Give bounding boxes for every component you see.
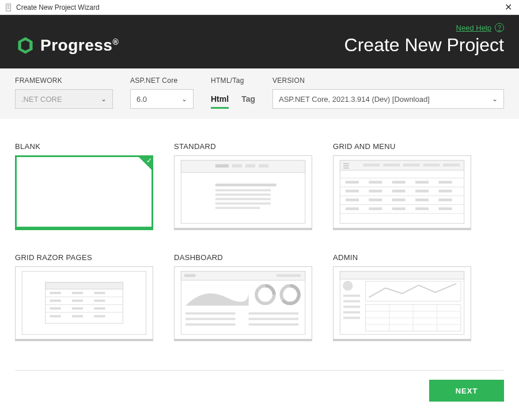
svg-rect-27	[443, 163, 460, 166]
brand-logo: Progress®	[15, 35, 119, 56]
svg-rect-21	[343, 165, 349, 166]
template-label: DASHBOARD	[174, 253, 312, 262]
svg-rect-10	[245, 164, 255, 167]
chevron-down-icon: ⌄	[101, 95, 107, 103]
svg-rect-45	[392, 198, 406, 201]
svg-rect-51	[415, 207, 429, 210]
svg-rect-34	[369, 181, 382, 184]
svg-rect-61	[94, 292, 105, 294]
svg-rect-90	[343, 317, 360, 319]
version-dropdown[interactable]: ASP.NET Core, 2021.3.914 (Dev) [Download…	[272, 89, 504, 109]
svg-rect-78	[249, 312, 299, 315]
svg-rect-15	[215, 198, 271, 200]
template-label: ADMIN	[333, 253, 471, 262]
template-dashboard[interactable]: DASHBOARD	[174, 253, 312, 341]
template-label: BLANK	[15, 142, 153, 151]
svg-rect-40	[392, 190, 406, 193]
template-grid-razor[interactable]: GRID RAZOR PAGES	[15, 253, 153, 341]
template-label: GRID RAZOR PAGES	[15, 253, 153, 262]
template-thumbnail	[15, 266, 153, 341]
footer: NEXT	[15, 370, 504, 411]
framework-dropdown[interactable]: .NET CORE ⌄	[15, 89, 113, 109]
template-blank[interactable]: BLANK ✓	[15, 142, 153, 230]
next-button[interactable]: NEXT	[429, 380, 504, 402]
header: Need Help ? Progress® Create New Project	[0, 15, 519, 68]
template-admin[interactable]: ADMIN	[333, 253, 471, 341]
template-standard[interactable]: STANDARD	[174, 142, 312, 230]
svg-rect-22	[343, 167, 349, 169]
svg-rect-38	[346, 190, 359, 193]
svg-rect-82	[249, 323, 299, 326]
svg-rect-39	[369, 190, 382, 193]
svg-rect-14	[215, 193, 271, 196]
htmltag-label: HTML/Tag	[211, 77, 255, 85]
svg-rect-50	[392, 207, 406, 210]
svg-rect-48	[346, 207, 359, 210]
svg-rect-86	[343, 295, 360, 297]
svg-rect-46	[415, 198, 429, 201]
svg-rect-55	[46, 282, 123, 289]
svg-marker-5	[21, 40, 29, 51]
svg-rect-20	[343, 163, 349, 165]
svg-rect-73	[184, 274, 195, 277]
brand-text: Progress	[40, 36, 112, 54]
window-title: Create New Project Wizard	[16, 3, 100, 12]
aspnet-label: ASP.NET Core	[130, 77, 194, 85]
svg-rect-87	[343, 300, 360, 303]
svg-rect-65	[50, 307, 60, 310]
aspnet-dropdown[interactable]: 6.0 ⌄	[130, 89, 194, 109]
template-thumbnail: ✓	[15, 155, 153, 230]
svg-rect-0	[6, 3, 11, 10]
chevron-down-icon: ⌄	[181, 95, 187, 103]
svg-rect-49	[369, 207, 382, 210]
template-thumbnail	[333, 266, 471, 341]
page-title: Create New Project	[344, 35, 504, 56]
svg-rect-11	[259, 164, 268, 167]
framework-label: FRAMEWORK	[15, 77, 113, 85]
template-thumbnail	[333, 155, 471, 230]
svg-rect-12	[215, 184, 276, 186]
svg-rect-44	[369, 198, 382, 201]
svg-rect-35	[392, 181, 406, 184]
svg-rect-37	[438, 181, 452, 184]
svg-rect-89	[343, 311, 360, 314]
svg-rect-17	[215, 207, 260, 209]
svg-rect-88	[343, 306, 360, 308]
svg-rect-60	[72, 292, 83, 294]
template-grid-menu[interactable]: GRID AND MENU	[333, 142, 471, 230]
check-icon: ✓	[137, 155, 153, 171]
svg-rect-52	[438, 207, 452, 210]
svg-rect-8	[215, 164, 229, 167]
svg-rect-26	[423, 163, 440, 166]
svg-rect-62	[50, 300, 60, 302]
svg-rect-59	[50, 292, 60, 294]
tab-tag[interactable]: Tag	[241, 94, 255, 109]
framework-value: .NET CORE	[21, 95, 62, 104]
version-label: VERSION	[272, 77, 504, 85]
close-icon[interactable]: ✕	[502, 2, 514, 13]
svg-rect-77	[185, 312, 236, 315]
template-label: GRID AND MENU	[333, 142, 471, 151]
svg-point-85	[343, 281, 353, 291]
tab-html[interactable]: Html	[211, 94, 229, 109]
svg-rect-36	[415, 181, 429, 184]
svg-rect-84	[340, 272, 464, 279]
aspnet-value: 6.0	[137, 95, 147, 104]
svg-rect-81	[185, 323, 236, 326]
svg-rect-63	[72, 300, 83, 302]
need-help-label: Need Help	[456, 24, 491, 32]
svg-rect-67	[94, 307, 105, 310]
svg-rect-74	[276, 274, 301, 277]
document-icon	[5, 3, 13, 12]
svg-rect-64	[94, 300, 105, 302]
svg-rect-47	[438, 198, 452, 201]
svg-rect-25	[403, 163, 420, 166]
svg-rect-43	[346, 198, 359, 201]
svg-rect-23	[363, 163, 380, 166]
svg-rect-79	[185, 318, 236, 320]
svg-rect-33	[346, 181, 359, 184]
svg-rect-41	[415, 190, 429, 193]
template-label: STANDARD	[174, 142, 312, 151]
need-help-link[interactable]: Need Help ?	[456, 23, 504, 32]
template-thumbnail	[174, 155, 312, 230]
